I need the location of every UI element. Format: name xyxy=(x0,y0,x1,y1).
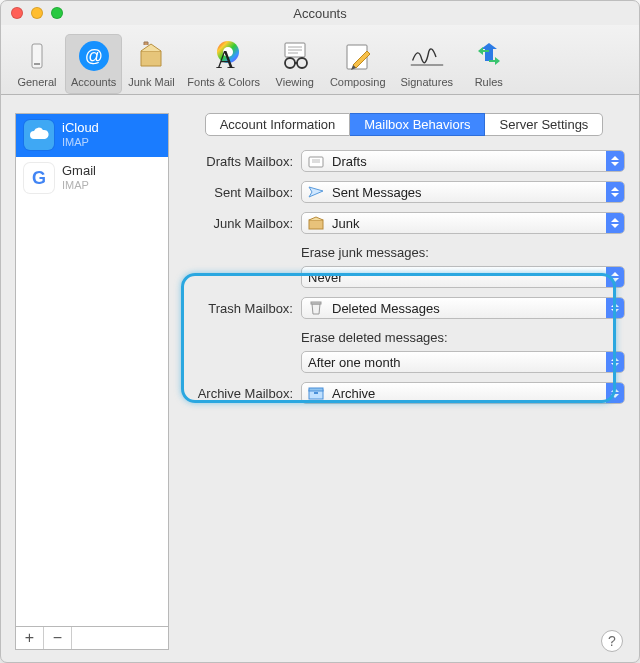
trash-folder-icon xyxy=(308,301,324,315)
toolbar-label: Accounts xyxy=(71,76,116,88)
row-sent: Sent Mailbox: Sent Messages xyxy=(183,181,625,203)
toolbar-label: Junk Mail xyxy=(128,76,174,88)
select-erase-junk[interactable]: Never xyxy=(301,266,625,288)
accounts-sidebar-wrap: iCloud IMAP G Gmail IMAP + xyxy=(15,113,169,650)
account-protocol: IMAP xyxy=(62,179,96,192)
tab-mailbox-behaviors[interactable]: Mailbox Behaviors xyxy=(350,113,485,136)
select-value: Never xyxy=(308,270,343,285)
svg-point-12 xyxy=(297,58,307,68)
row-archive: Archive Mailbox: Archive xyxy=(183,382,625,404)
label-sent: Sent Mailbox: xyxy=(183,185,293,200)
select-value: Archive xyxy=(332,386,375,401)
preferences-window: Accounts General @ Accounts Junk Mail xyxy=(0,0,640,663)
toolbar-item-accounts[interactable]: @ Accounts xyxy=(65,34,122,94)
svg-point-11 xyxy=(285,58,295,68)
titlebar: Accounts xyxy=(1,1,639,25)
label-junk: Junk Mailbox: xyxy=(183,216,293,231)
fonts-colors-icon: A xyxy=(206,38,242,74)
toolbar-item-viewing[interactable]: Viewing xyxy=(267,34,323,94)
accounts-icon: @ xyxy=(76,38,112,74)
toolbar-label: Signatures xyxy=(400,76,453,88)
label-archive: Archive Mailbox: xyxy=(183,386,293,401)
sent-folder-icon xyxy=(308,185,324,199)
chevron-updown-icon xyxy=(606,352,624,372)
label-erase-junk: Erase junk messages: xyxy=(301,245,625,260)
junk-mail-icon xyxy=(133,38,169,74)
select-value: Deleted Messages xyxy=(332,301,440,316)
select-erase-deleted[interactable]: After one month xyxy=(301,351,625,373)
viewing-icon xyxy=(277,38,313,74)
select-drafts-mailbox[interactable]: Drafts xyxy=(301,150,625,172)
svg-text:A: A xyxy=(216,45,235,74)
drafts-folder-icon xyxy=(308,154,324,168)
row-erase-junk: Never xyxy=(183,266,625,288)
help-button[interactable]: ? xyxy=(601,630,623,652)
settings-panel: Account Information Mailbox Behaviors Se… xyxy=(183,113,625,650)
select-value: Sent Messages xyxy=(332,185,422,200)
svg-text:G: G xyxy=(32,168,46,188)
content-area: iCloud IMAP G Gmail IMAP + xyxy=(1,95,639,663)
composing-icon xyxy=(340,38,376,74)
window-close-button[interactable] xyxy=(11,7,23,19)
select-trash-mailbox[interactable]: Deleted Messages xyxy=(301,297,625,319)
chevron-updown-icon xyxy=(606,267,624,287)
svg-rect-24 xyxy=(314,392,318,394)
preferences-toolbar: General @ Accounts Junk Mail A F xyxy=(1,25,639,95)
toolbar-item-composing[interactable]: Composing xyxy=(323,34,393,94)
settings-tabs: Account Information Mailbox Behaviors Se… xyxy=(205,113,604,136)
label-trash: Trash Mailbox: xyxy=(183,301,293,316)
toolbar-item-signatures[interactable]: Signatures xyxy=(393,34,461,94)
toolbar-label: Viewing xyxy=(276,76,314,88)
label-drafts: Drafts Mailbox: xyxy=(183,154,293,169)
help-icon: ? xyxy=(608,633,616,649)
select-value: Drafts xyxy=(332,154,367,169)
select-archive-mailbox[interactable]: Archive xyxy=(301,382,625,404)
gmail-icon: G xyxy=(24,163,54,193)
signatures-icon xyxy=(409,38,445,74)
row-drafts: Drafts Mailbox: Drafts xyxy=(183,150,625,172)
toolbar-label: Rules xyxy=(475,76,503,88)
account-protocol: IMAP xyxy=(62,136,99,149)
archive-folder-icon xyxy=(308,386,324,400)
toolbar-item-fonts-colors[interactable]: A Fonts & Colors xyxy=(181,34,267,94)
account-name: iCloud xyxy=(62,121,99,136)
svg-rect-20 xyxy=(309,220,323,229)
rules-icon xyxy=(471,38,507,74)
row-erase-deleted: After one month xyxy=(183,351,625,373)
row-trash: Trash Mailbox: Deleted Messages xyxy=(183,297,625,319)
row-junk: Junk Mailbox: Junk xyxy=(183,212,625,234)
label-erase-deleted: Erase deleted messages: xyxy=(301,330,625,345)
mailbox-behaviors-form: Drafts Mailbox: Drafts Sent Mailbox: Sen… xyxy=(183,150,625,413)
select-junk-mailbox[interactable]: Junk xyxy=(301,212,625,234)
add-account-button[interactable]: + xyxy=(16,627,44,649)
select-value: After one month xyxy=(308,355,401,370)
chevron-updown-icon xyxy=(606,298,624,318)
junk-folder-icon xyxy=(308,216,324,230)
window-minimize-button[interactable] xyxy=(31,7,43,19)
select-sent-mailbox[interactable]: Sent Messages xyxy=(301,181,625,203)
svg-rect-21 xyxy=(311,302,321,304)
account-item-gmail[interactable]: G Gmail IMAP xyxy=(16,157,168,200)
accounts-list-footer: + − xyxy=(15,626,169,650)
toolbar-item-general[interactable]: General xyxy=(9,34,65,94)
toolbar-item-rules[interactable]: Rules xyxy=(461,34,517,94)
select-value: Junk xyxy=(332,216,359,231)
account-name: Gmail xyxy=(62,164,96,179)
tab-server-settings[interactable]: Server Settings xyxy=(485,113,603,136)
remove-account-button[interactable]: − xyxy=(44,627,72,649)
general-icon xyxy=(19,38,55,74)
toolbar-label: General xyxy=(17,76,56,88)
window-zoom-button[interactable] xyxy=(51,7,63,19)
tab-account-information[interactable]: Account Information xyxy=(205,113,351,136)
chevron-updown-icon xyxy=(606,151,624,171)
svg-rect-23 xyxy=(309,388,323,391)
toolbar-label: Composing xyxy=(330,76,386,88)
accounts-list[interactable]: iCloud IMAP G Gmail IMAP xyxy=(15,113,169,626)
icloud-icon xyxy=(24,120,54,150)
account-item-icloud[interactable]: iCloud IMAP xyxy=(16,114,168,157)
toolbar-item-junk-mail[interactable]: Junk Mail xyxy=(122,34,180,94)
toolbar-label: Fonts & Colors xyxy=(187,76,260,88)
chevron-updown-icon xyxy=(606,383,624,403)
svg-text:@: @ xyxy=(84,46,102,66)
svg-rect-1 xyxy=(34,63,40,65)
